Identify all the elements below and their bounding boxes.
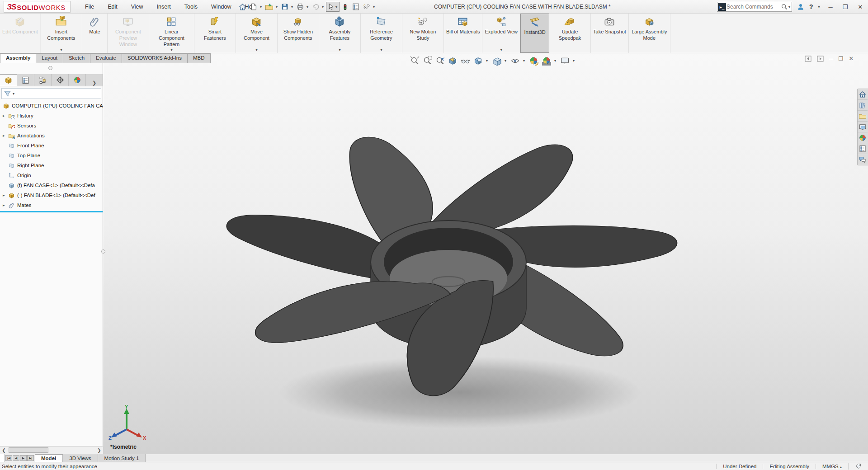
fm-tab-display-manager[interactable] — [69, 74, 86, 86]
select-tool-button[interactable]: ▾ — [326, 2, 340, 12]
ribbon-update-speedpak[interactable]: Update Speedpak — [549, 14, 591, 53]
ribbon-bill-of-materials[interactable]: Bill of Materials — [444, 14, 483, 53]
previous-view-icon[interactable] — [435, 56, 445, 66]
fm-tabs-expand-icon[interactable]: ❯ — [86, 80, 103, 86]
tree-item-right-plane[interactable]: Right Plane — [0, 160, 103, 170]
dropdown-arrow-icon[interactable]: ▾ — [380, 48, 382, 52]
login-user-icon[interactable] — [797, 3, 805, 11]
annotation-views-icon[interactable] — [460, 56, 471, 66]
dropdown-arrow-icon[interactable]: ▾ — [335, 5, 337, 9]
close-button[interactable]: ✕ — [855, 3, 865, 11]
menu-insert[interactable]: Insert — [151, 1, 177, 12]
ribbon-linear-component-pattern[interactable]: Linear Component Pattern ▾ — [149, 14, 194, 53]
dropdown-arrow-icon[interactable]: ▾ — [322, 5, 324, 9]
dropdown-arrow-icon[interactable]: ▾ — [500, 48, 502, 52]
forum-icon[interactable] — [858, 154, 868, 165]
ribbon-instant3d[interactable]: Instant3D — [520, 14, 549, 53]
ribbon-smart-fasteners[interactable]: Smart Fasteners — [194, 14, 236, 53]
options-button[interactable] — [362, 2, 372, 12]
dropdown-arrow-icon[interactable]: ▾ — [307, 5, 308, 9]
ribbon-exploded-view[interactable]: Exploded View ▾ — [482, 14, 520, 53]
units-selector[interactable]: MMGS ▴ — [816, 464, 848, 469]
dropdown-arrow-icon[interactable]: ▾ — [554, 59, 556, 63]
rebuild-button[interactable] — [340, 2, 350, 12]
dropdown-arrow-icon[interactable]: ▾ — [339, 48, 340, 52]
tree-item-sensors[interactable]: Sensors — [0, 121, 103, 131]
dropdown-arrow-icon[interactable]: ▾ — [373, 5, 375, 9]
tab-sketch[interactable]: Sketch — [63, 53, 90, 63]
hide-show-items-icon[interactable] — [510, 56, 520, 66]
expand-arrow-icon[interactable]: ▸ — [3, 113, 8, 118]
expand-arrow-icon[interactable]: ▸ — [3, 203, 8, 207]
doc-close-icon[interactable]: ✕ — [849, 55, 854, 62]
dropdown-arrow-icon[interactable]: ▾ — [818, 5, 820, 9]
tree-item-fan-blade[interactable]: ▸ (-) FAN BLADE<1> (Default<<Def — [0, 190, 103, 200]
ribbon-move-component[interactable]: Move Component ▾ — [236, 14, 278, 53]
menu-view[interactable]: View — [125, 1, 149, 12]
graphics-viewport[interactable]: ▾ ▾ ▾ ▾ ▾ ─ ❐ ✕ — [103, 53, 868, 454]
scroll-right-icon[interactable]: ❯ — [95, 446, 103, 454]
print-button[interactable] — [295, 2, 305, 12]
tree-item-fan-case[interactable]: (f) FAN CASE<1> (Default<<Defa — [0, 180, 103, 190]
tree-root-assembly[interactable]: COMPUTER (CPU) COOLING FAN CAS — [0, 101, 103, 111]
view-settings-icon[interactable] — [560, 56, 570, 66]
zoom-to-fit-icon[interactable] — [410, 56, 420, 66]
ribbon-mate[interactable]: Mate — [82, 14, 108, 53]
search-input[interactable] — [726, 4, 781, 10]
expand-pane-right-icon[interactable] — [817, 56, 824, 62]
search-commands-box[interactable]: ▸_ ▾ — [717, 2, 792, 12]
dropdown-arrow-icon[interactable]: ▾ — [276, 5, 278, 9]
quick-tips-icon[interactable] — [848, 463, 868, 470]
minimize-button[interactable]: ─ — [826, 3, 835, 11]
rollback-bar[interactable] — [0, 211, 103, 212]
ribbon-take-snapshot[interactable]: Take Snapshot — [591, 14, 629, 53]
dropdown-arrow-icon[interactable]: ▾ — [788, 5, 790, 9]
ribbon-show-hidden-components[interactable]: Show Hidden Components — [278, 14, 319, 53]
ribbon-reference-geometry[interactable]: Reference Geometry ▾ — [361, 14, 402, 53]
fm-tab-feature-tree[interactable] — [0, 74, 17, 86]
section-view-icon[interactable] — [448, 56, 458, 66]
tab-solidworks-add-ins[interactable]: SOLIDWORKS Add-Ins — [122, 53, 188, 63]
bottom-tab-model[interactable]: Model — [35, 454, 63, 462]
fm-tab-dimxpert[interactable] — [52, 74, 69, 86]
save-button[interactable] — [280, 2, 290, 12]
tree-item-history[interactable]: ▸ History — [0, 111, 103, 121]
search-icon[interactable] — [781, 3, 788, 10]
tree-item-annotations[interactable]: ▸ A Annotations — [0, 131, 103, 141]
zoom-to-area-icon[interactable] — [422, 56, 433, 66]
tree-item-top-plane[interactable]: Top Plane — [0, 150, 103, 160]
dropdown-arrow-icon[interactable]: ▾ — [573, 59, 575, 63]
menu-edit[interactable]: Edit — [102, 1, 123, 12]
appearances-icon[interactable] — [858, 132, 868, 143]
bottom-tab-3d-views[interactable]: 3D Views — [63, 454, 98, 462]
first-tab-icon[interactable]: |◀ — [5, 455, 12, 461]
help-button[interactable]: ? — [809, 3, 813, 10]
open-document-button[interactable] — [264, 2, 274, 12]
dropdown-arrow-icon[interactable]: ▾ — [13, 92, 14, 96]
new-document-button[interactable] — [249, 2, 259, 12]
tree-item-origin[interactable]: Origin — [0, 170, 103, 180]
last-tab-icon[interactable]: ▶| — [27, 455, 34, 461]
panel-collapse-handle[interactable] — [48, 66, 52, 70]
file-explorer-icon[interactable] — [858, 111, 868, 122]
bottom-tab-motion-study-1[interactable]: Motion Study 1 — [98, 454, 146, 462]
tab-assembly[interactable]: Assembly — [0, 53, 36, 63]
fm-tab-configuration-manager[interactable] — [34, 74, 52, 86]
tree-item-mates[interactable]: ▸ Mates — [0, 200, 103, 210]
ribbon-insert-components[interactable]: Insert Components ▾ — [41, 14, 82, 53]
view-orientation-icon[interactable] — [473, 56, 483, 66]
dropdown-arrow-icon[interactable]: ▾ — [170, 48, 172, 52]
restore-button[interactable]: ❐ — [840, 3, 851, 11]
fan-model-3d-view[interactable] — [103, 53, 868, 454]
scroll-track[interactable] — [8, 446, 95, 454]
resources-home-icon[interactable] — [858, 89, 868, 100]
menu-tools[interactable]: Tools — [179, 1, 203, 12]
tab-mbd[interactable]: MBD — [188, 53, 211, 63]
dropdown-arrow-icon[interactable]: ▾ — [505, 59, 506, 63]
dropdown-arrow-icon[interactable]: ▾ — [260, 5, 262, 9]
filter-funnel-icon[interactable] — [4, 90, 11, 98]
panel-splitter-handle[interactable] — [101, 249, 105, 254]
expand-arrow-icon[interactable]: ▸ — [3, 193, 8, 197]
fm-tab-property-manager[interactable] — [17, 74, 34, 86]
edit-appearance-icon[interactable] — [528, 56, 539, 66]
